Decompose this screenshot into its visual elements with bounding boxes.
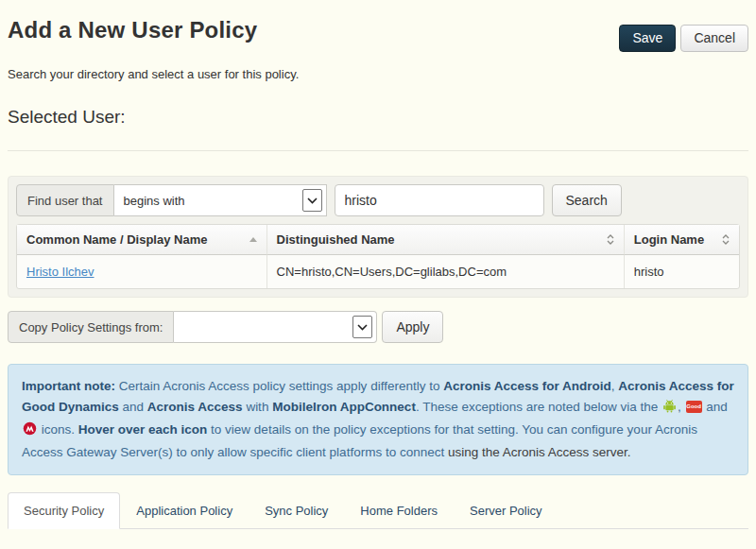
note-segment: Acronis Access for Android (443, 379, 611, 393)
tab-server-policy[interactable]: Server Policy (454, 492, 558, 529)
android-icon (662, 399, 677, 420)
note-segment: Hover over each icon (78, 422, 208, 437)
column-header-distinguished-name[interactable]: Distinguished Name (266, 225, 624, 255)
mobileiron-icon (23, 421, 37, 442)
find-user-group: Find user that begins with Search (16, 184, 740, 216)
sort-ascending-icon (249, 237, 257, 242)
add-user-policy-page: Save Cancel Add a New User Policy Search… (0, 17, 756, 529)
find-user-label: Find user that (16, 184, 114, 216)
match-type-select[interactable]: begins with (114, 184, 327, 216)
note-segment: Certain Acronis Access policy settings a… (115, 379, 443, 393)
column-header-common-name[interactable]: Common Name / Display Name (17, 225, 266, 255)
note-segment: Acronis Access (147, 400, 243, 414)
tab-home-folders[interactable]: Home Folders (344, 492, 454, 529)
note-segment: and (703, 400, 728, 414)
column-label: Distinguished Name (277, 232, 395, 247)
apply-button[interactable]: Apply (382, 311, 443, 343)
table-row: Hristo Ilchev CN=hristo,CN=Users,DC=glil… (17, 255, 739, 288)
selected-user-heading: Selected User: (8, 107, 748, 128)
tab-sync-policy[interactable]: Sync Policy (249, 492, 344, 529)
note-text: Important note: Certain Acronis Access p… (22, 379, 734, 459)
good-icon: Good (686, 401, 702, 413)
search-query-input[interactable] (335, 184, 544, 216)
column-header-login-name[interactable]: Login Name (624, 225, 739, 255)
note-segment: . These exceptions are noted below via t… (416, 400, 662, 414)
note-segment: Important note: (22, 379, 115, 393)
note-segment: , (678, 400, 685, 414)
table-header-row: Common Name / Display Name Distinguished… (17, 225, 739, 255)
copy-policy-group: Copy Policy Settings from: Apply (8, 311, 748, 343)
note-segment: icons. (38, 422, 78, 437)
sort-both-icon (722, 234, 730, 245)
user-result-link[interactable]: Hristo Ilchev (26, 265, 94, 279)
policy-tabs: Security Policy Application Policy Sync … (8, 492, 748, 529)
note-segment: using the Acronis Access server. (448, 445, 631, 459)
sort-both-icon (607, 234, 614, 245)
copy-policy-select[interactable] (174, 311, 377, 343)
user-search-panel: Find user that begins with Search Common… (8, 176, 748, 298)
tab-security-policy[interactable]: Security Policy (8, 492, 120, 529)
column-label: Common Name / Display Name (26, 232, 207, 247)
cancel-button[interactable]: Cancel (680, 25, 748, 52)
note-segment: MobileIron AppConnect (272, 400, 416, 414)
copy-policy-label: Copy Policy Settings from: (8, 311, 174, 343)
important-note: Important note: Certain Acronis Access p… (8, 364, 748, 475)
save-button[interactable]: Save (619, 25, 676, 52)
note-segment: and (119, 400, 147, 414)
chevron-down-icon (302, 189, 322, 212)
note-segment: with (243, 400, 273, 414)
divider (8, 150, 748, 151)
column-label: Login Name (634, 232, 704, 247)
chevron-down-icon (352, 316, 372, 338)
tab-application-policy[interactable]: Application Policy (120, 492, 249, 529)
login-name-cell: hristo (624, 255, 739, 288)
page-subtitle: Search your directory and select a user … (8, 67, 748, 81)
search-button[interactable]: Search (552, 184, 622, 216)
user-results-table: Common Name / Display Name Distinguished… (16, 224, 740, 289)
header-actions: Save Cancel (619, 25, 748, 52)
match-type-value: begins with (124, 194, 185, 208)
distinguished-name-cell: CN=hristo,CN=Users,DC=glilabs,DC=com (266, 255, 624, 288)
